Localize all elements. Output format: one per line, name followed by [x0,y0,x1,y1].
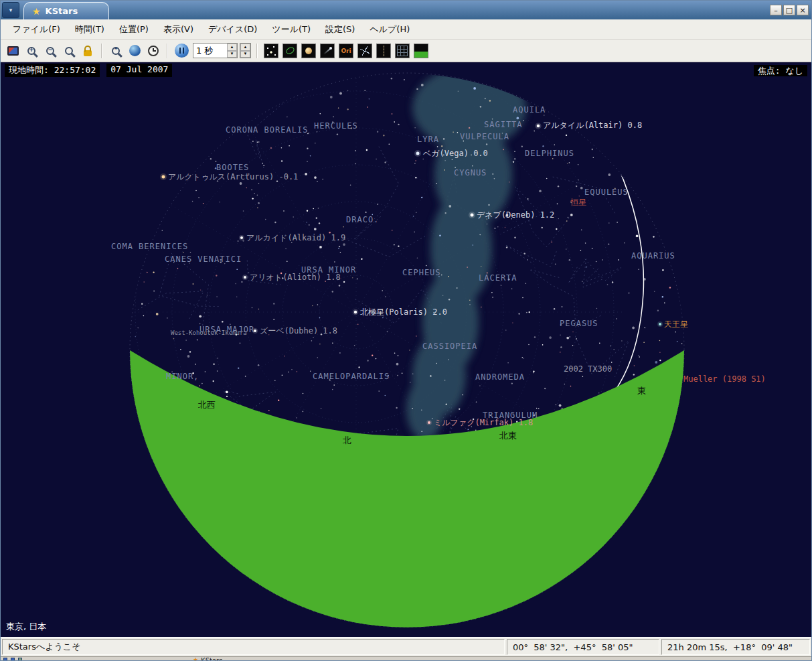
constellation-label: CAMELOPARDALIS [313,372,390,381]
object-label[interactable]: 2002 TX300 [564,364,612,374]
show-horizon-button[interactable] [412,42,430,60]
constellation-label: SAGITTA [484,120,523,129]
maximize-button[interactable]: □ [783,5,795,15]
chevron-down-icon: ▾ [9,7,13,13]
time-unit-stepper: ▲▼ [240,43,251,58]
fov-button[interactable] [3,42,22,60]
object-label[interactable]: Mueller (1998 S1) [683,374,766,384]
toolbar-separator [167,44,168,58]
set-time-icon [148,46,159,56]
taskbar-icon[interactable] [18,658,22,661]
constellation-label: EQUULEUS [584,188,629,197]
sky-map[interactable]: CORONA BOREALISHERCULESAQUILASAGITTALYRA… [1,62,811,637]
object-label[interactable]: West-Kohoutek-Ikemura [171,329,247,336]
zoom-out-icon [46,47,54,55]
kstars-window: ▾ ★ KStars –□× ファイル(F)時間(T)位置(P)表示(V)デバイ… [0,0,812,661]
zoom-in-button[interactable] [22,42,41,60]
find-object-button[interactable] [106,42,125,60]
taskbar-icon[interactable] [11,658,15,661]
toolbar-separator [256,44,258,58]
zoom-out-button[interactable] [41,42,60,60]
menu-bar: ファイル(F)時間(T)位置(P)表示(V)デバイス(D)ツール(T)設定(S)… [1,19,811,40]
constellation-label: VULPECULA [460,132,509,141]
object-label[interactable]: ベガ(Vega) 0.0 [423,148,488,159]
constellation-label: DELPHINUS [525,149,574,158]
pause-button[interactable] [172,42,191,60]
focus-chip: 焦点: なし [754,65,807,76]
time-unit-down-button[interactable]: ▼ [240,51,250,58]
menu-location[interactable]: 位置(P) [112,21,155,38]
object-label[interactable]: デネブ(Deneb) 1.2 [477,210,554,221]
object-label[interactable]: ミルファク(Mirfak) 1.8 [434,417,533,429]
status-radec: 21h 20m 15s, +18° 09' 48" [661,639,810,655]
show-comets-button[interactable] [318,42,337,60]
status-message: KStarsへようこそ [2,639,505,655]
constellation-label: CEPHEUS [402,268,441,277]
time-unit-up-button[interactable]: ▲ [240,44,250,51]
constellation-label: ANDROMEDA [475,372,525,382]
taskbar-task-kstars[interactable]: ★ KStars [193,657,222,661]
show-names-icon: Ori [339,44,353,58]
date-chip: 07 Jul 2007 [106,64,172,77]
minimize-button[interactable]: – [770,5,782,15]
object-label[interactable]: 恒星 [570,197,586,208]
status-azalt: 00° 58' 32", +45° 58' 05" [507,639,659,655]
zoom-in-icon [27,47,35,55]
lock-button[interactable] [78,42,97,60]
menu-file[interactable]: ファイル(F) [6,21,67,38]
time-step-down-button[interactable]: ▼ [227,51,237,58]
close-button[interactable]: × [797,5,809,15]
object-label[interactable]: アルクトゥルス(Arcturus) -0.1 [168,171,298,183]
object-label[interactable]: 天王星 [664,319,688,330]
show-constellation-lines-button[interactable] [355,42,374,60]
toolbar-separator [101,44,102,58]
title-bar[interactable]: ▾ ★ KStars –□× [1,1,811,19]
menu-help[interactable]: ヘルプ(H) [363,21,416,38]
constellation-label: PEGASUS [560,319,598,328]
window-menu-button[interactable]: ▾ [2,2,19,18]
direction-label: 東 [637,385,646,397]
menu-view[interactable]: 表示(V) [157,21,200,38]
constellation-label: LYRA [417,135,439,144]
constellation-label: CANES VENATICI [165,254,242,264]
taskbar-icon[interactable] [3,658,7,661]
task-label: KStars [201,657,222,661]
menu-time[interactable]: 時間(T) [68,21,111,38]
menu-devices[interactable]: デバイス(D) [201,21,264,38]
show-deepsky-icon [282,44,297,58]
kstars-app-icon: ★ [32,6,41,17]
find-object-icon [112,47,120,55]
time-step-arrows: ▲▼ [227,44,237,58]
location-globe-button[interactable] [125,42,144,60]
constellation-label: BOOTES [216,163,249,172]
object-label[interactable]: アリオト(Alioth) 1.8 [250,272,341,283]
show-grid-button[interactable] [393,42,412,60]
show-constellation-bounds-button[interactable] [374,42,393,60]
show-planets-button[interactable] [299,42,318,60]
object-label[interactable]: アルカイド(Alkaid) 1.9 [246,232,345,244]
constellation-label: AQUARIUS [631,251,675,261]
time-step-up-button[interactable]: ▲ [227,44,237,51]
zoom-default-icon [65,47,73,55]
ecliptic-line [562,86,643,404]
object-label[interactable]: アルタイル(Altair) 0.8 [543,120,642,131]
show-horizon-icon [414,44,428,58]
menu-settings[interactable]: 設定(S) [319,21,361,38]
show-stars-button[interactable] [262,42,280,60]
main-toolbar: ▲▼▲▼Ori [1,40,811,62]
sky-canvas[interactable] [1,62,811,637]
time-step-spinbox: ▲▼ [193,43,238,58]
window-title-tab[interactable]: ★ KStars [23,2,109,19]
time-step-input[interactable] [193,44,227,58]
location-globe-icon [129,45,141,56]
object-label[interactable]: 北極星(Polaris) 2.0 [360,307,447,318]
show-names-button[interactable]: Ori [337,42,355,60]
set-time-button[interactable] [144,42,163,60]
object-label[interactable]: ズーベ(Dubhe) 1.8 [260,325,337,337]
menu-tools[interactable]: ツール(T) [265,21,317,38]
show-deepsky-button[interactable] [280,42,299,60]
zoom-default-button[interactable] [60,42,78,60]
constellation-label: AQUILA [513,105,546,115]
desktop-taskbar[interactable]: ★ KStars [1,656,811,661]
direction-label: 北 [343,435,351,447]
